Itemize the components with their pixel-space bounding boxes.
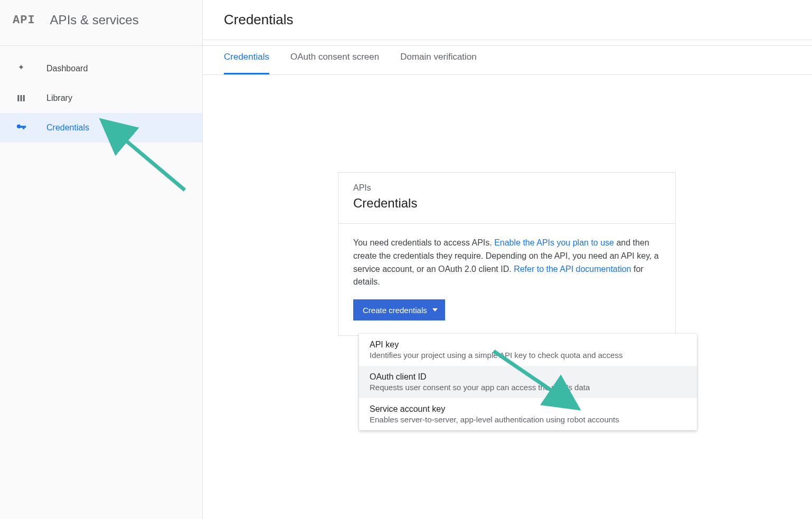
button-label: Create credentials (363, 306, 427, 315)
enable-apis-link[interactable]: Enable the APIs you plan to use (494, 238, 614, 247)
sidebar-item-credentials[interactable]: Credentials (0, 113, 202, 143)
menu-item-subtitle: Requests user consent so your app can ac… (370, 383, 686, 392)
card-header: APIs Credentials (338, 173, 675, 224)
library-icon (15, 92, 27, 105)
sidebar-item-label: Library (46, 93, 72, 103)
menu-item-service-account-key[interactable]: Service account key Enables server-to-se… (359, 398, 697, 430)
menu-item-api-key[interactable]: API key Identifies your project using a … (359, 334, 697, 366)
menu-item-title: Service account key (370, 404, 686, 414)
card-eyebrow: APIs (353, 183, 660, 193)
svg-rect-0 (17, 95, 19, 101)
sidebar-item-label: Credentials (46, 123, 89, 133)
card-text: You need credentials to access APIs. (353, 238, 494, 247)
brand-mark: API (13, 14, 35, 27)
brand-title: APIs & services (50, 13, 139, 27)
chevron-down-icon (432, 308, 438, 312)
menu-item-title: API key (370, 340, 686, 350)
menu-item-title: OAuth client ID (370, 372, 686, 382)
create-credentials-menu: API key Identifies your project using a … (359, 334, 697, 430)
sidebar-item-dashboard[interactable]: Dashboard (0, 54, 202, 83)
dashboard-icon (15, 62, 27, 75)
menu-item-subtitle: Identifies your project using a simple A… (370, 351, 686, 360)
sidebar-item-label: Dashboard (46, 64, 88, 73)
svg-rect-2 (23, 95, 25, 101)
card-title: Credentials (353, 196, 660, 211)
create-credentials-button[interactable]: Create credentials (353, 299, 445, 320)
menu-item-oauth-client-id[interactable]: OAuth client ID Requests user consent so… (359, 366, 697, 398)
main: Credentials Credentials OAuth consent sc… (203, 0, 812, 519)
content-area: APIs Credentials You need credentials to… (203, 75, 812, 519)
app-root: API APIs & services Dashboard Library (0, 0, 812, 519)
sidebar-item-library[interactable]: Library (0, 83, 202, 113)
sidebar: API APIs & services Dashboard Library (0, 0, 203, 519)
titlebar: Credentials (203, 0, 812, 40)
page-title: Credentials (224, 12, 791, 28)
credentials-card: APIs Credentials You need credentials to… (338, 172, 676, 336)
svg-rect-1 (21, 95, 22, 101)
card-body: You need credentials to access APIs. Ena… (338, 224, 675, 335)
api-docs-link[interactable]: Refer to the API documentation (514, 265, 631, 273)
menu-item-subtitle: Enables server-to-server, app-level auth… (370, 415, 686, 424)
key-icon (15, 121, 27, 134)
sidebar-nav: Dashboard Library Credentials (0, 39, 202, 143)
divider (0, 45, 812, 46)
brand-block: API APIs & services (0, 6, 202, 39)
